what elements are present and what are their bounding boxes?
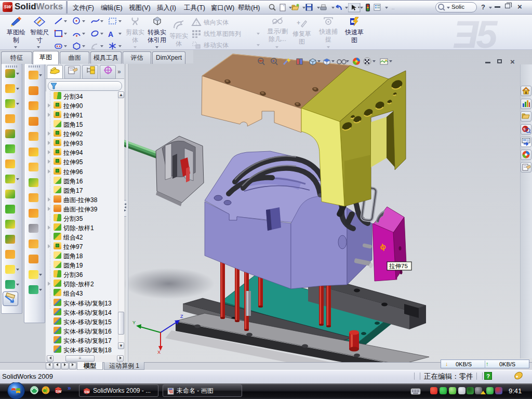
- svg-text:+: +: [297, 19, 300, 26]
- svg-text:拉伸75: 拉伸75: [389, 263, 408, 269]
- svg-text:SW: SW: [56, 390, 62, 393]
- svg-text:Z: Z: [180, 314, 183, 319]
- svg-text:S: S: [523, 127, 526, 131]
- svg-text:X: X: [157, 350, 161, 355]
- svg-text:+: +: [272, 59, 275, 63]
- svg-text:Y: Y: [132, 320, 136, 325]
- svg-text:SW: SW: [84, 390, 90, 394]
